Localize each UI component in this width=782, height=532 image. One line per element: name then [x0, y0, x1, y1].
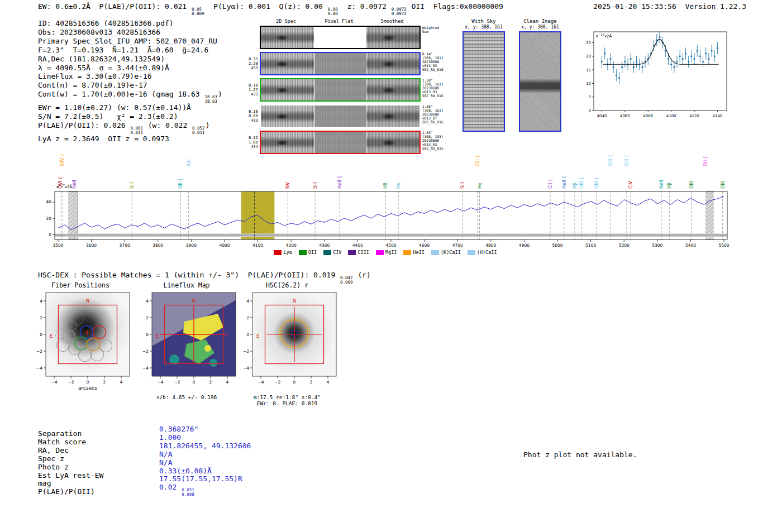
- spectrum-line: [58, 196, 724, 230]
- stacked-uncertainty: 0.000.00: [328, 7, 338, 16]
- svg-text:4: 4: [120, 380, 123, 385]
- emission-line-label: Hγ: [478, 183, 483, 189]
- hsc-caption-ew-plae: EWr: 0. PLAE: 0.019: [232, 400, 342, 406]
- svg-text:5000: 5000: [552, 243, 562, 248]
- emission-line-label: AlII: [187, 160, 192, 166]
- line-fit-zoom-plot: 4040406040804100412041400510152025e−17x2…: [577, 25, 733, 123]
- svg-text:−2: −2: [174, 380, 180, 385]
- smoothed-image: [366, 79, 419, 100]
- legend-swatch: [299, 250, 307, 255]
- svg-text:40: 40: [46, 199, 51, 204]
- 2dspec-image: [261, 79, 314, 100]
- match-row-value: 181.826455, 49.132606: [159, 442, 251, 450]
- match-table-values: 0.368276"1.000181.826455, 49.132606N/AN/…: [159, 425, 251, 496]
- emission-line-label: CII {: [548, 179, 553, 189]
- cutout-left-labels: 0.160.88433: [247, 104, 260, 128]
- cutout-images: [260, 26, 421, 49]
- svg-text:4200: 4200: [286, 243, 297, 248]
- cutout-right-label: 502_RU_016: [422, 120, 444, 124]
- cutout-right-label: (308, 153): [422, 135, 444, 138]
- clean-image-title: Clean Image: [518, 18, 562, 25]
- clean-image: [519, 31, 561, 132]
- north-label: N: [293, 298, 296, 304]
- cutout-left-label: 433: [247, 92, 258, 97]
- emission-line-label: SiII: [313, 182, 318, 189]
- cutout-right-label: Sum: [422, 30, 444, 33]
- stacked-uncertainty: 0.0520.011: [192, 126, 205, 135]
- cutout-right-label: (308, 161): [422, 56, 444, 60]
- match-row-label: P(LAE)/P(OII): [38, 488, 103, 496]
- emission-line-label: Hβ: [573, 183, 578, 189]
- emission-line-label: SiIV {: [60, 154, 65, 166]
- match-row-label: RA, Dec: [38, 447, 103, 455]
- fiber-positions-panel: Fiber Positions −4−4−2−2002244: [26, 281, 135, 394]
- emission-line-label: HeII: [72, 180, 77, 189]
- match-row-label: Spec z: [38, 455, 103, 463]
- svg-text:4300: 4300: [319, 243, 330, 248]
- cutout-row: WeightedSum: [247, 26, 444, 49]
- legend-label: (K)CaII: [441, 250, 461, 255]
- svg-text:25: 25: [586, 41, 591, 45]
- svg-text:4600: 4600: [419, 243, 430, 248]
- svg-text:5300: 5300: [652, 243, 662, 248]
- cutout-left-label: 2.20: [247, 61, 258, 66]
- svg-text:−2: −2: [243, 349, 249, 354]
- stacked-uncertainty: 0.0510.008: [182, 488, 194, 496]
- 2dspec-image: [261, 53, 314, 74]
- cutout-right-labels: WeightedSum: [421, 26, 444, 49]
- svg-text:4700: 4700: [452, 243, 463, 248]
- legend-swatch: [376, 250, 384, 255]
- col-header-2dspec: 2D Spec: [276, 18, 296, 24]
- cutout-right-label: 20230608: [422, 138, 444, 142]
- svg-text:−4: −4: [36, 366, 42, 371]
- emission-line-label: OIII {: [608, 155, 613, 166]
- svg-text:0: 0: [49, 232, 51, 237]
- svg-text:3900: 3900: [186, 243, 197, 248]
- svg-text:−2: −2: [68, 380, 74, 385]
- match-row-label: mag: [38, 480, 103, 488]
- svg-text:4060: 4060: [620, 114, 630, 118]
- cutout-images: [260, 78, 421, 102]
- svg-text:0: 0: [589, 109, 591, 113]
- svg-text:20: 20: [586, 54, 591, 59]
- with-sky-title: With Sky: [461, 18, 506, 25]
- east-label: E: [156, 333, 159, 339]
- match-row-value: 0.33(±0.08)Å: [159, 467, 251, 476]
- cutout-left-label: 433: [247, 118, 258, 123]
- cutout-right-labels: 1.36"(308, 161)20230608v013_07502_RU_016: [421, 104, 444, 128]
- fiber-positions-title: Fiber Positions: [26, 281, 135, 290]
- legend-swatch: [274, 250, 282, 255]
- header-datetime-version: 2025-01-20 15:33:56 Version 1.22.3: [593, 2, 746, 11]
- svg-text:4100: 4100: [252, 243, 263, 248]
- legend-label: CIII: [357, 250, 369, 255]
- east-label: E: [256, 333, 259, 339]
- stacked-uncertainty: 0.050.009: [192, 7, 204, 16]
- pixelflat-image: [314, 79, 366, 100]
- svg-text:0: 0: [146, 332, 149, 337]
- svg-text:−4: −4: [157, 380, 163, 385]
- emission-line-label: Hδ: [383, 183, 388, 189]
- emission-line-label: OIII {: [594, 177, 599, 189]
- info-line: Primary Spec_Slot_IFU_AMP: 502_070_047_R…: [38, 37, 222, 46]
- pixelflat-image: [314, 106, 366, 127]
- emission-line-label: SiII: [130, 182, 135, 189]
- match-row-value: 17.55(17.55,17.55)R: [159, 475, 251, 483]
- cutout-right-label: (308, 161): [422, 82, 444, 86]
- cutout-rows: WeightedSum 0.352.20433 0.14"(308, 161)2…: [247, 26, 444, 154]
- emission-line-label: CIV: [628, 181, 633, 189]
- match-row-label: Photo z: [38, 463, 103, 472]
- match-row-value: N/A: [159, 450, 251, 459]
- legend-swatch: [323, 250, 331, 255]
- svg-text:−2: −2: [142, 349, 149, 354]
- zoom-fit-curve: [603, 40, 719, 64]
- svg-text:4: 4: [146, 299, 149, 304]
- stacked-uncertainty: 0.0610.011: [130, 126, 143, 135]
- svg-text:2: 2: [146, 315, 149, 320]
- lineflux-map-title: Lineflux Map: [132, 281, 241, 290]
- emission-line-label: OIII: [689, 181, 694, 189]
- info-line: S/N = 7.2(±0.5) χ² = 2.3(±0.2): [38, 112, 222, 121]
- svg-text:4: 4: [327, 380, 330, 385]
- emission-line-label: OIII {: [579, 177, 584, 189]
- legend-item: Lyα: [274, 250, 292, 255]
- info-line: RA,Dec (181.826324,49.132549): [38, 55, 222, 64]
